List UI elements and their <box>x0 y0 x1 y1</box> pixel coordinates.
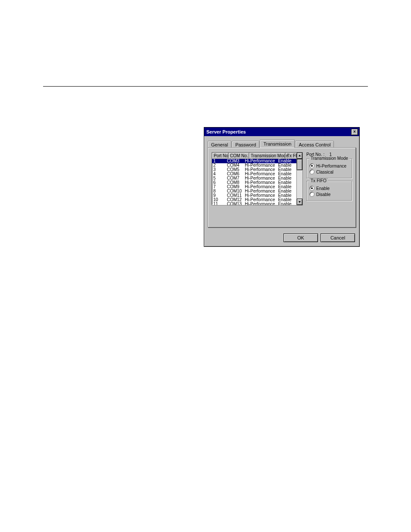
titlebar[interactable]: Server Properties × <box>204 128 359 136</box>
close-icon: × <box>353 130 356 134</box>
button-label: Cancel <box>330 235 345 240</box>
group-title: Tx FIFO <box>309 178 328 183</box>
col-fifo[interactable]: Tx FIFO <box>285 152 296 159</box>
tabstrip: General Password Transmission Access Con… <box>208 140 356 148</box>
detail-panel: Port No. : 1 Transmission Mode Hi-Perfor… <box>306 152 352 205</box>
radio-hi-performance[interactable]: Hi-Performance <box>309 163 349 168</box>
list-body: 1COM3Hi-PerformanceEnable2COM4Hi-Perform… <box>212 159 296 205</box>
chevron-up-icon <box>298 154 301 157</box>
list-scrollbar[interactable] <box>296 152 302 205</box>
scroll-thumb[interactable] <box>297 159 302 170</box>
svg-marker-0 <box>299 155 301 156</box>
radio-classical[interactable]: Classical <box>309 169 349 174</box>
col-port[interactable]: Port No. <box>212 152 228 159</box>
group-title: Transmission Mode <box>309 156 349 161</box>
tab-label: Transmission <box>263 141 291 146</box>
ports-list: Port No. COM No. Transmission Mode Tx FI… <box>212 152 296 205</box>
transmission-mode-group: Transmission Mode Hi-Performance Classic… <box>306 159 352 178</box>
tab-label: Access Control <box>299 142 330 147</box>
svg-marker-1 <box>299 201 301 203</box>
radio-fifo-disable[interactable]: Disable <box>309 192 349 197</box>
dialog-client: General Password Transmission Access Con… <box>204 136 359 231</box>
radio-icon <box>309 163 314 168</box>
page-divider <box>43 86 368 87</box>
radio-icon <box>309 169 314 174</box>
radio-label: Classical <box>316 170 333 174</box>
radio-fifo-enable[interactable]: Enable <box>309 186 349 191</box>
cancel-button[interactable]: Cancel <box>321 233 355 242</box>
cell-port: 11 <box>213 202 227 205</box>
dialog-buttons: OK Cancel <box>204 231 359 246</box>
close-button[interactable]: × <box>351 129 358 135</box>
cell-com: COM13 <box>227 202 245 205</box>
cell-fifo: Enable <box>278 202 295 205</box>
tab-label: General <box>211 142 228 147</box>
scroll-down-button[interactable] <box>297 199 302 205</box>
tab-transmission[interactable]: Transmission <box>260 140 295 148</box>
radio-label: Enable <box>316 186 330 191</box>
tab-label: Password <box>235 142 256 147</box>
table-row[interactable]: 11COM13Hi-PerformanceEnable <box>212 202 296 205</box>
ports-listview[interactable]: Port No. COM No. Transmission Mode Tx FI… <box>212 152 303 205</box>
radio-icon <box>309 186 314 191</box>
scroll-up-button[interactable] <box>297 152 302 159</box>
list-header: Port No. COM No. Transmission Mode Tx FI… <box>212 152 296 159</box>
radio-label: Hi-Performance <box>316 164 346 168</box>
radio-label: Disable <box>316 192 330 197</box>
col-com[interactable]: COM No. <box>228 152 249 159</box>
tx-fifo-group: Tx FIFO Enable Disable <box>306 181 352 201</box>
chevron-down-icon <box>298 200 301 203</box>
ok-button[interactable]: OK <box>283 233 318 242</box>
titlebar-title: Server Properties <box>206 129 246 134</box>
tabpage-transmission: Port No. COM No. Transmission Mode Tx FI… <box>208 147 356 227</box>
radio-icon <box>309 192 314 197</box>
cell-mode: Hi-Performance <box>245 202 278 205</box>
server-properties-dialog: Server Properties × General Password Tra… <box>204 127 360 247</box>
button-label: OK <box>297 235 304 240</box>
col-mode[interactable]: Transmission Mode <box>249 152 285 159</box>
